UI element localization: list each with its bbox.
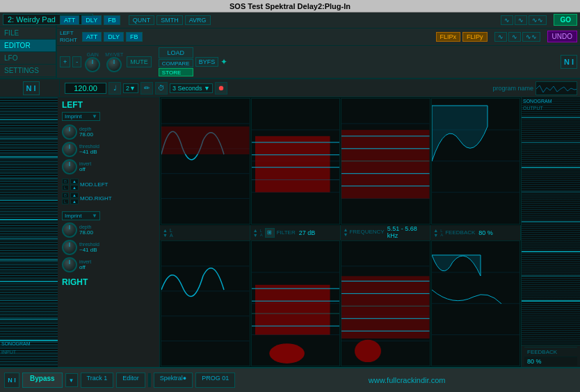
svg-rect-8 — [255, 136, 330, 193]
window-title: SOS Test Spektral Delay2:Plug-In — [229, 2, 351, 10]
lr-row: LEFT RIGHT ATT DLY FB FLIPx FLIPy ∿ ∿ ∿∿… — [57, 28, 580, 46]
pencil-icon[interactable]: ✏ — [140, 82, 153, 95]
filter-grid-btn[interactable]: ⊞ — [265, 228, 275, 238]
load-button[interactable]: LOAD — [159, 47, 193, 58]
gain-knob[interactable] — [85, 57, 100, 72]
down-arrow-1[interactable]: ▼ — [163, 233, 168, 238]
mute-button[interactable]: MUTE — [127, 56, 152, 67]
threshold-knob[interactable] — [62, 142, 77, 157]
invert-info: invert off — [79, 161, 91, 172]
wave-shape-r1[interactable]: ∿ — [494, 32, 507, 42]
wave-shape-3[interactable]: ∿∿ — [529, 15, 547, 25]
sono-line-8 — [0, 259, 58, 261]
record-icon[interactable]: ⏺ — [215, 82, 227, 95]
bypass-button[interactable]: Bypass — [22, 373, 63, 388]
dly-button[interactable]: DLY — [81, 15, 102, 25]
imprint-select[interactable]: Imprint ▼ — [62, 112, 100, 121]
wave-shape-1[interactable]: ∿ — [501, 15, 513, 25]
waveform-svg-b4 — [432, 241, 520, 366]
division-select[interactable]: 2▼ — [123, 83, 138, 93]
dn-arr-freq[interactable]: ▼ — [344, 232, 348, 237]
down-arrow-f[interactable]: ▼ — [253, 233, 258, 238]
display-panel-b1 — [161, 240, 250, 367]
plus-button[interactable]: + — [60, 56, 70, 67]
depth-control: depth 78.00 — [62, 124, 155, 140]
flipx-button[interactable]: FLIPx — [436, 32, 461, 42]
wave-shape-r3[interactable]: ∿∿ — [522, 32, 540, 42]
up-arr-freq[interactable]: ▲ — [344, 227, 348, 232]
right-invert-knob[interactable] — [62, 257, 77, 272]
editor-button[interactable]: Editor — [116, 373, 145, 388]
sonogram-label: SONOGRAM — [1, 341, 31, 346]
rs-line-8 — [522, 300, 580, 302]
flipy-button[interactable]: FLIPy — [462, 32, 488, 42]
att-button[interactable]: ATT — [60, 15, 79, 25]
rs-line-1 — [522, 117, 580, 118]
waveform-svg-b1 — [161, 241, 250, 366]
cell1-bot-arrow[interactable]: A — [170, 233, 173, 238]
lr-att-button[interactable]: ATT — [82, 32, 102, 42]
clock-icon[interactable]: ⏱ — [155, 82, 168, 95]
right-threshold-knob[interactable] — [62, 240, 77, 255]
display-panel-b2 — [251, 240, 341, 367]
duration-select[interactable]: 3 Seconds ▼ — [170, 83, 213, 93]
sonogram-out-label: SONOGRAM — [523, 99, 552, 104]
star-icon: ✦ — [220, 57, 227, 67]
hgrid-1 — [161, 99, 250, 224]
waveform-svg-b2 — [252, 241, 340, 366]
lr-dly-button[interactable]: DLY — [104, 32, 124, 42]
cell1-top-arrow[interactable]: L — [170, 228, 173, 233]
bpm-display[interactable]: 120.00 — [65, 83, 106, 94]
imprint-r-icon: ▼ — [92, 213, 97, 219]
up-arr-fb[interactable]: ▲ — [433, 228, 438, 233]
info-cell-freq: ▲ ▼ FREQUENCY 5.51 - 5.68 kHz DELAYTIME … — [341, 225, 431, 240]
lr-fb-button[interactable]: FB — [126, 32, 143, 42]
menu-item-settings[interactable]: SETTINGS — [0, 65, 56, 77]
wave-shape-2[interactable]: ∿ — [515, 15, 527, 25]
dn-arr-fb[interactable]: ▼ — [433, 233, 438, 238]
menu-item-lfo[interactable]: LFO — [0, 52, 56, 65]
input-label: INPUT — [1, 350, 16, 354]
metronome-icon[interactable]: ♩ — [108, 82, 121, 95]
avrg-button[interactable]: AVRG — [185, 15, 211, 25]
up-arrow-f[interactable]: ▲ — [253, 228, 258, 233]
invert-knob[interactable] — [62, 159, 77, 174]
arrows-filter[interactable]: ▲ ▼ — [253, 228, 258, 238]
arrows-1[interactable]: ▲ ▼ — [163, 228, 168, 238]
store-button[interactable]: STORE — [159, 68, 193, 76]
smth-button[interactable]: SMTH — [156, 15, 183, 25]
arrows-freq[interactable]: ▲ ▼ — [344, 227, 348, 237]
myvmet-knob[interactable] — [106, 57, 122, 72]
spektral-button[interactable]: Spektral● — [154, 373, 193, 388]
waveform-svg — [536, 82, 577, 95]
depth-knob[interactable] — [62, 124, 77, 140]
fb-button[interactable]: FB — [104, 15, 120, 25]
byfs-button[interactable]: BYFS — [195, 57, 219, 67]
wave-shape-r2[interactable]: ∿ — [508, 32, 521, 42]
rs-line-6 — [522, 251, 580, 252]
dropdown-arrow-btn[interactable]: ▼ — [65, 373, 78, 387]
feedback-value: 80 % — [524, 357, 577, 366]
go-button[interactable]: GO — [554, 14, 577, 26]
imprint-right-select[interactable]: Imprint ▼ — [62, 211, 100, 220]
right-depth-knob[interactable] — [62, 222, 77, 238]
menu-item-editor[interactable]: EDITOR — [0, 40, 56, 52]
compare-button[interactable]: COMPARE — [159, 59, 193, 67]
svg-rect-43 — [341, 276, 430, 338]
undo-button[interactable]: UNDO — [547, 31, 577, 42]
preset-name: 2: Weirdy Pad — [8, 15, 56, 24]
qunt-button[interactable]: QUNT — [129, 15, 155, 25]
bottom-ni-logo: N I — [4, 373, 19, 388]
prog-button[interactable]: PROG 01 — [195, 373, 235, 388]
filter-arr-a[interactable]: A — [260, 233, 263, 237]
display-panel-4 — [431, 98, 521, 224]
waveform-svg-2 — [252, 99, 340, 224]
menu-item-file[interactable]: FILE — [0, 27, 56, 40]
waveform-svg-b3 — [341, 241, 430, 366]
minus-button[interactable]: - — [72, 56, 81, 67]
arrows-fb[interactable]: ▲ ▼ — [433, 228, 438, 238]
track-button[interactable]: Track 1 — [81, 373, 114, 388]
up-arrow-1[interactable]: ▲ — [163, 228, 168, 233]
waveform-svg-1 — [161, 99, 250, 224]
nav-top: 2: Weirdy Pad ▼ FILE EDITOR LFO SETTINGS… — [0, 13, 57, 78]
